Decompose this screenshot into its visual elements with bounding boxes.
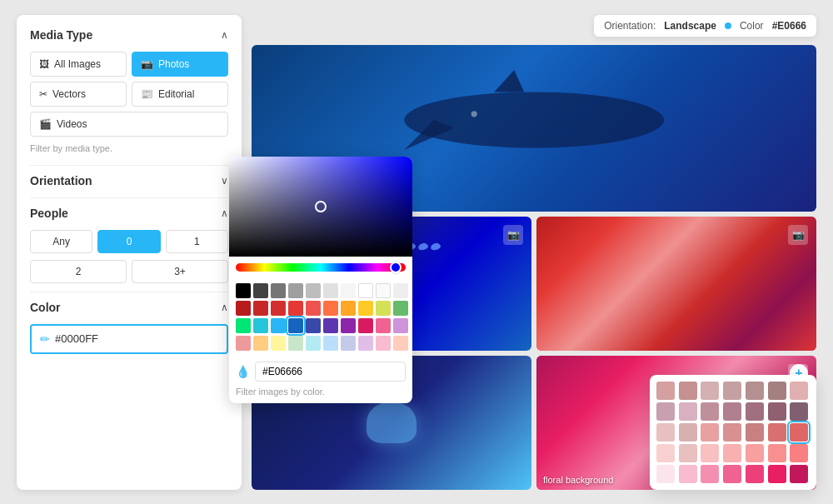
tulip-red-camera-icon[interactable]: 📷 — [788, 225, 808, 245]
es-4-7[interactable] — [790, 444, 808, 462]
es-3-1[interactable] — [656, 423, 675, 442]
swatch-pastel-orange[interactable] — [253, 336, 268, 351]
swatch-pastel-indigo[interactable] — [341, 336, 356, 351]
es-1-6[interactable] — [768, 382, 786, 400]
es-2-4[interactable] — [723, 402, 741, 421]
es-5-5[interactable] — [746, 465, 764, 483]
swatch-medgray[interactable] — [288, 283, 303, 298]
es-1-4[interactable] — [723, 382, 741, 400]
hue-slider[interactable] — [236, 263, 406, 272]
es-5-6[interactable] — [768, 465, 786, 483]
es-3-4[interactable] — [723, 423, 741, 442]
people-1-button[interactable]: 1 — [166, 230, 228, 253]
swatch-pastel-blue[interactable] — [323, 336, 338, 351]
swatch-red3[interactable] — [288, 301, 303, 316]
es-1-1[interactable] — [656, 382, 675, 400]
es-3-5[interactable] — [746, 423, 764, 442]
es-1-7[interactable] — [790, 382, 808, 400]
es-4-2[interactable] — [679, 444, 697, 462]
color-chevron-up[interactable]: ∧ — [221, 302, 228, 313]
es-2-3[interactable] — [701, 402, 719, 421]
all-images-button[interactable]: 🖼 All Images — [30, 52, 127, 77]
swatch-pastel-yellow[interactable] — [271, 336, 286, 351]
swatch-purple2[interactable] — [341, 318, 356, 333]
es-4-4[interactable] — [723, 444, 741, 462]
swatch-mint[interactable] — [236, 318, 251, 333]
swatch-lightgray2[interactable] — [393, 283, 408, 298]
swatch-lavender[interactable] — [393, 318, 408, 333]
swatch-amber[interactable] — [341, 301, 356, 316]
swatch-pink1[interactable] — [358, 318, 373, 333]
swatch-pink2[interactable] — [376, 318, 391, 333]
swatch-pastel-cyan[interactable] — [306, 336, 321, 351]
swatch-nearwhite[interactable] — [376, 283, 391, 298]
people-3plus-button[interactable]: 3+ — [132, 260, 228, 283]
editorial-button[interactable]: 📰 Editorial — [132, 82, 228, 107]
people-2-button[interactable]: 2 — [30, 260, 127, 283]
swatch-red1[interactable] — [253, 301, 268, 316]
swatch-yellow[interactable] — [358, 301, 373, 316]
swatch-pastel-peach[interactable] — [393, 336, 408, 351]
swatch-gray[interactable] — [271, 283, 286, 298]
es-4-1[interactable] — [656, 444, 675, 462]
swatch-lightblue[interactable] — [271, 318, 286, 333]
es-2-5[interactable] — [746, 402, 764, 421]
es-3-3[interactable] — [701, 423, 719, 442]
color-input-wrapper[interactable]: ✏ — [30, 324, 228, 354]
swatch-pastel-pink[interactable] — [376, 336, 391, 351]
swatch-white[interactable] — [358, 283, 373, 298]
fish-camera-icon[interactable]: 📷 — [503, 225, 523, 245]
photos-button[interactable]: 📷 Photos — [132, 52, 228, 77]
swatch-darkred[interactable] — [236, 301, 251, 316]
es-5-2[interactable] — [679, 465, 697, 483]
orientation-remove-badge[interactable] — [725, 22, 731, 29]
color-input[interactable] — [55, 332, 218, 345]
hue-handle[interactable] — [390, 262, 402, 273]
people-any-button[interactable]: Any — [30, 230, 92, 253]
es-1-5[interactable] — [746, 382, 764, 400]
es-4-3[interactable] — [701, 444, 719, 462]
es-2-2[interactable] — [679, 402, 697, 421]
swatch-indigo[interactable] — [306, 318, 321, 333]
swatch-red2[interactable] — [271, 301, 286, 316]
es-5-1[interactable] — [656, 465, 675, 483]
es-3-2[interactable] — [679, 423, 697, 442]
vectors-button[interactable]: ✂ Vectors — [30, 82, 127, 107]
swatch-darkgray[interactable] — [253, 283, 268, 298]
es-2-6[interactable] — [768, 402, 786, 421]
swatch-black[interactable] — [236, 283, 251, 298]
videos-button[interactable]: 🎬 Videos — [30, 112, 228, 137]
swatch-pastel-green[interactable] — [288, 336, 303, 351]
orientation-chevron-down[interactable]: ∨ — [221, 175, 228, 187]
es-5-4[interactable] — [723, 465, 741, 483]
swatch-orange[interactable] — [323, 301, 338, 316]
swatch-blue1[interactable] — [288, 318, 303, 333]
es-4-5[interactable] — [746, 444, 764, 462]
es-3-7-selected[interactable] — [790, 423, 808, 442]
media-type-chevron-up[interactable]: ∧ — [221, 29, 228, 41]
es-5-3[interactable] — [701, 465, 719, 483]
gradient-handle[interactable] — [315, 201, 327, 212]
swatch-green[interactable] — [393, 301, 408, 316]
swatch-silver[interactable] — [323, 283, 338, 298]
swatch-lightgray[interactable] — [306, 283, 321, 298]
swatch-pastel-red[interactable] — [236, 336, 251, 351]
color-gradient-area[interactable] — [229, 157, 412, 257]
swatch-cyan[interactable] — [253, 318, 268, 333]
people-0-button[interactable]: 0 — [97, 230, 160, 253]
swatch-lime[interactable] — [376, 301, 391, 316]
people-chevron-up[interactable]: ∧ — [221, 207, 228, 219]
swatch-red4[interactable] — [306, 301, 321, 316]
es-2-1[interactable] — [656, 402, 675, 421]
tulips-red-photo[interactable]: 📷 — [536, 217, 816, 351]
es-1-3[interactable] — [701, 382, 719, 400]
hex-input[interactable] — [255, 362, 406, 382]
swatch-pastel-purple[interactable] — [358, 336, 373, 351]
es-4-6[interactable] — [768, 444, 786, 462]
es-5-7[interactable] — [790, 465, 808, 483]
es-1-2[interactable] — [679, 382, 697, 400]
es-2-7[interactable] — [790, 402, 808, 421]
es-3-6[interactable] — [768, 423, 786, 442]
swatch-purple1[interactable] — [323, 318, 338, 333]
swatch-offwhite[interactable] — [341, 283, 356, 298]
